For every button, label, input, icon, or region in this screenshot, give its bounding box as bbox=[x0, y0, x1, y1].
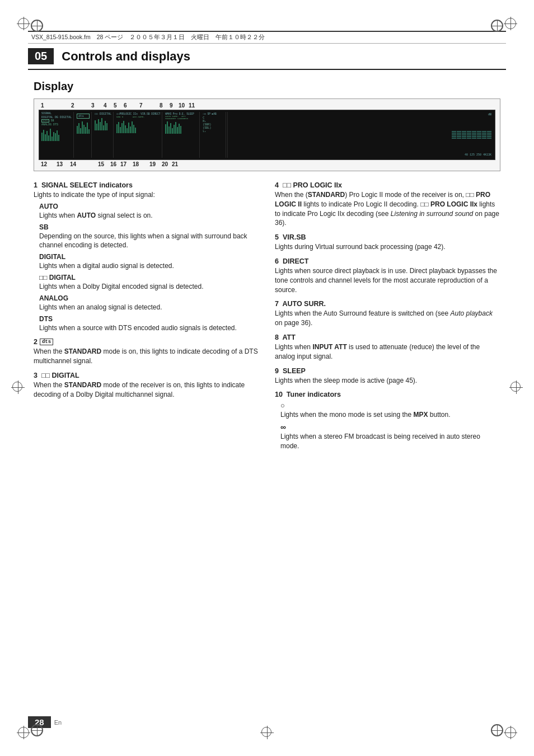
main-content: Display 1 2 3 4 5 6 7 8 9 10 11 SIGNAL D… bbox=[34, 80, 500, 457]
lcd-signal-section: SIGNAL DIGITAL DG DIGITAL AUTO SB ANALOG… bbox=[41, 112, 74, 158]
entry-5: 5 VIR.SB Lights during Virtual surround … bbox=[275, 233, 500, 252]
sub-stereo: ∞ Lights when a stereo FM broadcast is b… bbox=[280, 422, 500, 451]
entry-8-title: 8 ATT bbox=[275, 334, 500, 341]
display-diagram: 1 2 3 4 5 6 7 8 9 10 11 SIGNAL DIGITAL D… bbox=[34, 98, 500, 171]
display-section-title: Display bbox=[34, 80, 500, 93]
sub-dts-heading: DTS bbox=[39, 315, 259, 323]
chapter-header: 05 Controls and displays bbox=[28, 48, 506, 70]
sub-dd-digital: □□ DIGITAL Lights when a Dolby Digital e… bbox=[39, 274, 259, 292]
entry-6-title: 6 DIRECT bbox=[275, 257, 500, 265]
lcd-dd-section: □□ DIGITAL bbox=[93, 112, 114, 158]
sub-digital-heading: DIGITAL bbox=[39, 253, 259, 261]
sub-stereo-heading: ∞ bbox=[280, 422, 500, 431]
sub-dd-digital-heading: □□ DIGITAL bbox=[39, 274, 259, 281]
entry-9-text: Lights when the sleep mode is active (pa… bbox=[275, 376, 500, 386]
bottom-number-row: 12 13 14 15 16 17 18 19 20 21 bbox=[39, 160, 495, 167]
entry-8-text: Lights when INPUT ATT is used to attenua… bbox=[275, 342, 500, 361]
entry-2-title: 2 dts bbox=[34, 338, 259, 346]
entry-4-title: 4 □□ PRO LOGIC IIx bbox=[275, 181, 500, 189]
meta-bar: VSX_815-915.book.fm 28 ページ ２００５年３月１日 火曜日… bbox=[28, 31, 506, 44]
entry-6-text: Lights when source direct playback is in… bbox=[275, 266, 500, 294]
sub-auto-heading: AUTO bbox=[39, 203, 259, 210]
bottom-center-mark bbox=[260, 726, 274, 739]
lcd-dts-section: dts bbox=[75, 112, 92, 158]
lcd-surr-section: WMAS Pro D.E. SLEEP AUTO SURR. ATT MIDNI… bbox=[163, 112, 200, 158]
sub-sb-heading: SB bbox=[39, 223, 259, 231]
entry-7: 7 AUTO SURR. Lights when the Auto Surrou… bbox=[275, 300, 500, 328]
entry-9-title: 9 SLEEP bbox=[275, 367, 500, 375]
lcd-display: SIGNAL DIGITAL DG DIGITAL AUTO SB ANALOG… bbox=[39, 110, 495, 160]
right-column: 4 □□ PRO LOGIC IIx When the (STANDARD) P… bbox=[275, 181, 500, 457]
entry-4: 4 □□ PRO LOGIC IIx When the (STANDARD) P… bbox=[275, 181, 500, 228]
lcd-meter-section: dB bbox=[227, 112, 493, 158]
entry-2: 2 dts When the STANDARD mode is on, this… bbox=[34, 338, 259, 366]
left-margin-mark bbox=[11, 381, 25, 394]
corner-mark-br bbox=[504, 726, 517, 739]
entry-2-text: When the STANDARD mode is on, this light… bbox=[34, 347, 259, 366]
sub-dts: DTS Lights when a source with DTS encode… bbox=[39, 315, 259, 333]
sub-mono-text: Lights when the mono mode is set using t… bbox=[280, 410, 500, 420]
entry-8: 8 ATT Lights when INPUT ATT is used to a… bbox=[275, 334, 500, 361]
sub-digital-text: Lights when a digital audio signal is de… bbox=[39, 261, 259, 271]
sub-analog-text: Lights when an analog signal is detected… bbox=[39, 303, 259, 312]
entry-7-text: Lights when the Auto Surround feature is… bbox=[275, 309, 500, 328]
sub-sb: SB Depending on the source, this lights … bbox=[39, 223, 259, 251]
entry-3: 3 □□ DIGITAL When the STANDARD mode of t… bbox=[34, 372, 259, 400]
entry-5-text: Lights during Virtual surround back proc… bbox=[275, 242, 500, 252]
corner-mark-tl bbox=[17, 17, 30, 30]
bottom-circle-right bbox=[491, 724, 503, 736]
page-lang: En bbox=[54, 719, 62, 726]
entry-6: 6 DIRECT Lights when source direct playb… bbox=[275, 257, 500, 294]
meta-bar-text: VSX_815-915.book.fm 28 ページ ２００５年３月１日 火曜日… bbox=[31, 34, 265, 40]
dts-logo-icon: dts bbox=[40, 339, 53, 345]
sub-auto: AUTO Lights when AUTO signal select is o… bbox=[39, 203, 259, 220]
lcd-prologic-section: □□PROLOGIC IIx VIR.SB DIRECT NBO 6 ADV.S… bbox=[115, 112, 162, 158]
left-column: 1 SIGNAL SELECT indicators Lights to ind… bbox=[34, 181, 259, 457]
sub-dd-digital-text: Lights when a Dolby Digital encoded sign… bbox=[39, 282, 259, 292]
sub-dts-text: Lights when a source with DTS encoded au… bbox=[39, 323, 259, 333]
chapter-number: 05 bbox=[28, 48, 54, 64]
entry-7-title: 7 AUTO SURR. bbox=[275, 300, 500, 308]
sub-analog: ANALOG Lights when an analog signal is d… bbox=[39, 294, 259, 312]
entry-3-text: When the STANDARD mode of the receiver i… bbox=[34, 381, 259, 400]
corner-mark-bl bbox=[17, 726, 30, 739]
corner-mark-tr bbox=[504, 17, 517, 30]
entry-4-text: When the (STANDARD) Pro Logic II mode of… bbox=[275, 190, 500, 228]
entry-9: 9 SLEEP Lights when the sleep mode is ac… bbox=[275, 367, 500, 386]
chapter-title: Controls and displays bbox=[62, 49, 190, 64]
sub-mono-heading: ○ bbox=[280, 401, 500, 410]
top-circle-right bbox=[491, 20, 503, 32]
entry-10: 10 Tuner indicators ○ Lights when the mo… bbox=[275, 391, 500, 450]
description-columns: 1 SIGNAL SELECT indicators Lights to ind… bbox=[34, 181, 500, 457]
sub-sb-text: Depending on the source, this lights whe… bbox=[39, 232, 259, 251]
entry-10-title: 10 Tuner indicators bbox=[275, 391, 500, 398]
lcd-tuner-section: ○∞ SP ►AB CR₁(SBR)(SBL)L₁ bbox=[201, 112, 226, 158]
top-circle-left bbox=[31, 20, 43, 32]
sub-digital: DIGITAL Lights when a digital audio sign… bbox=[39, 253, 259, 271]
entry-signal-select: 1 SIGNAL SELECT indicators Lights to ind… bbox=[34, 181, 259, 332]
bottom-circle-left bbox=[31, 724, 43, 736]
sub-analog-heading: ANALOG bbox=[39, 294, 259, 302]
sub-auto-text: Lights when AUTO signal select is on. bbox=[39, 211, 259, 220]
sub-mono: ○ Lights when the mono mode is set using… bbox=[280, 401, 500, 420]
entry-1-title: 1 SIGNAL SELECT indicators bbox=[34, 181, 259, 189]
right-margin-mark bbox=[509, 381, 523, 394]
entry-5-title: 5 VIR.SB bbox=[275, 233, 500, 241]
top-number-row: 1 2 3 4 5 6 7 8 9 10 11 bbox=[39, 102, 495, 110]
entry-1-intro: Lights to indicate the type of input sig… bbox=[34, 190, 259, 200]
entry-3-title: 3 □□ DIGITAL bbox=[34, 372, 259, 379]
sub-stereo-text: Lights when a stereo FM broadcast is bei… bbox=[280, 432, 500, 451]
